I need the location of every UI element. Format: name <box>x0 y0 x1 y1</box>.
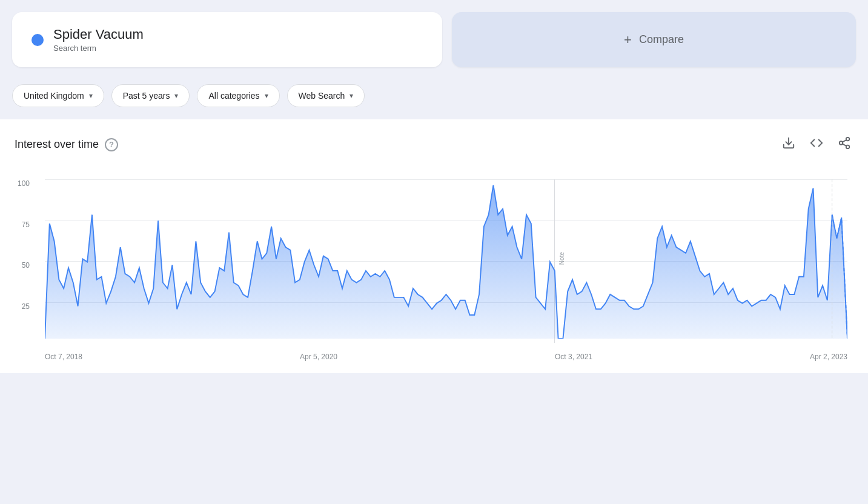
compare-label: Compare <box>639 33 684 46</box>
term-type: Search term <box>53 44 144 53</box>
x-label-2: Apr 5, 2020 <box>300 353 337 361</box>
filter-time[interactable]: Past 5 years ▾ <box>111 84 190 107</box>
top-section: Spider Vacuum Search term + Compare <box>0 0 868 77</box>
y-label-50: 50 <box>22 261 30 270</box>
chart-container: 100 75 50 25 Note <box>45 179 847 361</box>
filter-category[interactable]: All categories ▾ <box>197 84 279 107</box>
svg-marker-6 <box>45 185 847 339</box>
y-label-25: 25 <box>22 302 30 311</box>
filter-region[interactable]: United Kingdom ▾ <box>12 84 104 107</box>
y-label-100: 100 <box>18 179 30 188</box>
svg-line-4 <box>843 144 846 146</box>
download-button[interactable] <box>780 134 798 155</box>
filter-search-type-label: Web Search <box>299 91 345 101</box>
chart-header: Interest over time ? <box>15 134 853 155</box>
filters-section: United Kingdom ▾ Past 5 years ▾ All cate… <box>0 77 868 117</box>
x-label-4: Apr 2, 2023 <box>810 353 847 361</box>
filter-time-chevron: ▾ <box>174 91 178 100</box>
x-label-1: Oct 7, 2018 <box>45 353 82 361</box>
embed-button[interactable] <box>807 134 826 155</box>
compare-plus-icon: + <box>624 32 632 48</box>
chart-actions <box>780 134 853 155</box>
compare-card[interactable]: + Compare <box>452 12 856 67</box>
filter-region-label: United Kingdom <box>24 91 84 101</box>
chart-title: Interest over time <box>15 138 99 151</box>
term-name: Spider Vacuum <box>53 27 144 42</box>
filter-search-type-chevron: ▾ <box>350 91 353 100</box>
x-label-3: Oct 3, 2021 <box>555 353 592 361</box>
search-dot <box>31 34 44 46</box>
svg-line-5 <box>843 140 846 142</box>
filter-search-type[interactable]: Web Search ▾ <box>287 84 365 107</box>
search-term-text: Spider Vacuum Search term <box>53 27 144 53</box>
chart-title-group: Interest over time ? <box>15 138 118 151</box>
filter-time-label: Past 5 years <box>123 91 170 101</box>
y-axis: 100 75 50 25 <box>18 179 30 343</box>
filter-region-chevron: ▾ <box>89 91 93 100</box>
filter-category-chevron: ▾ <box>265 91 268 100</box>
share-button[interactable] <box>835 134 853 155</box>
filter-category-label: All categories <box>208 91 259 101</box>
chart-section: Interest over time ? <box>0 119 868 373</box>
x-axis: Oct 7, 2018 Apr 5, 2020 Oct 3, 2021 Apr … <box>45 343 847 361</box>
chart-svg <box>45 179 847 339</box>
y-label-75: 75 <box>22 220 30 229</box>
search-term-card: Spider Vacuum Search term <box>12 12 442 67</box>
help-icon[interactable]: ? <box>105 138 118 151</box>
